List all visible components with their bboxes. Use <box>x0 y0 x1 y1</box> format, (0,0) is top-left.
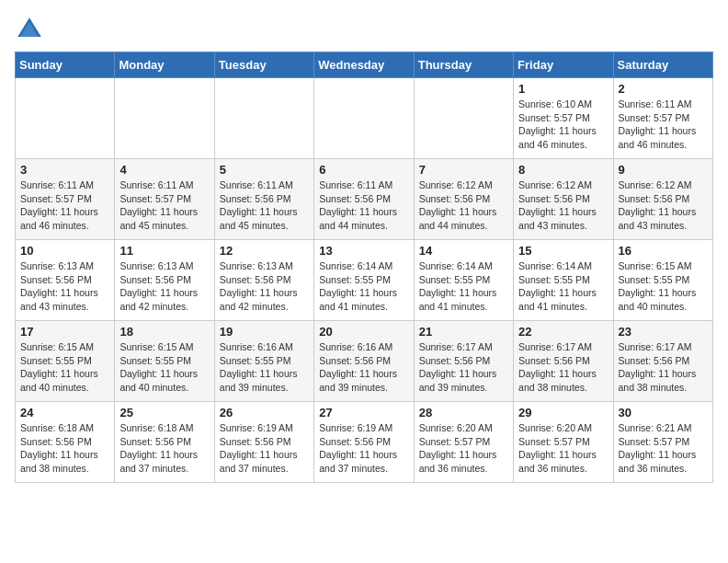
day-number: 3 <box>20 163 109 177</box>
day-info: Sunrise: 6:11 AM Sunset: 5:57 PM Dayligh… <box>619 98 708 152</box>
day-number: 30 <box>619 406 708 419</box>
day-info: Sunrise: 6:21 AM Sunset: 5:57 PM Dayligh… <box>619 421 708 476</box>
day-number: 7 <box>419 163 508 177</box>
day-info: Sunrise: 6:12 AM Sunset: 5:56 PM Dayligh… <box>419 178 508 233</box>
week-row-1: 1Sunrise: 6:10 AM Sunset: 5:57 PM Daylig… <box>16 78 713 159</box>
day-cell: 23Sunrise: 6:17 AM Sunset: 5:56 PM Dayli… <box>613 321 712 402</box>
day-cell: 18Sunrise: 6:15 AM Sunset: 5:55 PM Dayli… <box>115 321 214 402</box>
day-info: Sunrise: 6:17 AM Sunset: 5:56 PM Dayligh… <box>518 340 608 395</box>
day-number: 10 <box>20 244 109 258</box>
day-cell <box>214 78 313 159</box>
page-header <box>15 15 713 44</box>
day-cell: 9Sunrise: 6:12 AM Sunset: 5:56 PM Daylig… <box>613 159 712 240</box>
day-number: 17 <box>20 325 109 339</box>
day-info: Sunrise: 6:13 AM Sunset: 5:56 PM Dayligh… <box>20 259 109 314</box>
day-info: Sunrise: 6:18 AM Sunset: 5:56 PM Dayligh… <box>119 421 209 476</box>
day-info: Sunrise: 6:11 AM Sunset: 5:57 PM Dayligh… <box>119 178 209 233</box>
day-number: 5 <box>220 163 309 177</box>
calendar-header-row: SundayMondayTuesdayWednesdayThursdayFrid… <box>16 52 713 78</box>
day-cell: 29Sunrise: 6:20 AM Sunset: 5:57 PM Dayli… <box>514 402 613 483</box>
day-cell: 7Sunrise: 6:12 AM Sunset: 5:56 PM Daylig… <box>414 159 513 240</box>
weekday-header-friday: Friday <box>514 52 613 78</box>
day-cell: 20Sunrise: 6:16 AM Sunset: 5:56 PM Dayli… <box>314 321 414 402</box>
day-cell: 2Sunrise: 6:11 AM Sunset: 5:57 PM Daylig… <box>613 78 712 159</box>
day-number: 13 <box>319 244 408 258</box>
day-info: Sunrise: 6:16 AM Sunset: 5:55 PM Dayligh… <box>220 340 309 395</box>
weekday-header-saturday: Saturday <box>613 52 712 78</box>
day-cell: 11Sunrise: 6:13 AM Sunset: 5:56 PM Dayli… <box>115 240 214 321</box>
day-info: Sunrise: 6:20 AM Sunset: 5:57 PM Dayligh… <box>419 421 508 476</box>
day-number: 22 <box>518 325 608 339</box>
week-row-3: 10Sunrise: 6:13 AM Sunset: 5:56 PM Dayli… <box>16 240 713 321</box>
day-cell: 22Sunrise: 6:17 AM Sunset: 5:56 PM Dayli… <box>514 321 613 402</box>
day-number: 15 <box>518 244 608 258</box>
day-cell: 13Sunrise: 6:14 AM Sunset: 5:55 PM Dayli… <box>314 240 414 321</box>
day-info: Sunrise: 6:20 AM Sunset: 5:57 PM Dayligh… <box>518 421 608 476</box>
day-number: 21 <box>419 325 508 339</box>
day-info: Sunrise: 6:12 AM Sunset: 5:56 PM Dayligh… <box>619 178 708 233</box>
day-info: Sunrise: 6:11 AM Sunset: 5:56 PM Dayligh… <box>319 178 408 233</box>
day-number: 26 <box>220 406 309 419</box>
day-cell <box>115 78 214 159</box>
day-cell: 14Sunrise: 6:14 AM Sunset: 5:55 PM Dayli… <box>414 240 513 321</box>
day-cell <box>16 78 115 159</box>
day-info: Sunrise: 6:10 AM Sunset: 5:57 PM Dayligh… <box>518 98 608 152</box>
day-cell: 26Sunrise: 6:19 AM Sunset: 5:56 PM Dayli… <box>214 402 313 483</box>
day-cell <box>314 78 414 159</box>
weekday-header-thursday: Thursday <box>414 52 513 78</box>
day-info: Sunrise: 6:17 AM Sunset: 5:56 PM Dayligh… <box>419 340 508 395</box>
day-info: Sunrise: 6:13 AM Sunset: 5:56 PM Dayligh… <box>220 259 309 314</box>
day-info: Sunrise: 6:17 AM Sunset: 5:56 PM Dayligh… <box>619 340 708 395</box>
calendar-table: SundayMondayTuesdayWednesdayThursdayFrid… <box>15 52 713 483</box>
weekday-header-tuesday: Tuesday <box>214 52 313 78</box>
weekday-header-monday: Monday <box>115 52 214 78</box>
day-info: Sunrise: 6:14 AM Sunset: 5:55 PM Dayligh… <box>419 259 508 314</box>
day-number: 25 <box>119 406 209 419</box>
day-cell: 3Sunrise: 6:11 AM Sunset: 5:57 PM Daylig… <box>16 159 115 240</box>
week-row-5: 24Sunrise: 6:18 AM Sunset: 5:56 PM Dayli… <box>16 402 713 483</box>
day-number: 1 <box>518 82 608 96</box>
day-cell: 17Sunrise: 6:15 AM Sunset: 5:55 PM Dayli… <box>16 321 115 402</box>
day-cell: 30Sunrise: 6:21 AM Sunset: 5:57 PM Dayli… <box>613 402 712 483</box>
day-info: Sunrise: 6:19 AM Sunset: 5:56 PM Dayligh… <box>220 421 309 476</box>
weekday-header-sunday: Sunday <box>16 52 115 78</box>
day-cell: 15Sunrise: 6:14 AM Sunset: 5:55 PM Dayli… <box>514 240 613 321</box>
day-info: Sunrise: 6:13 AM Sunset: 5:56 PM Dayligh… <box>119 259 209 314</box>
day-number: 16 <box>619 244 708 258</box>
day-number: 28 <box>419 406 508 419</box>
day-info: Sunrise: 6:15 AM Sunset: 5:55 PM Dayligh… <box>20 340 109 395</box>
day-cell: 27Sunrise: 6:19 AM Sunset: 5:56 PM Dayli… <box>314 402 414 483</box>
day-number: 20 <box>319 325 408 339</box>
day-info: Sunrise: 6:12 AM Sunset: 5:56 PM Dayligh… <box>518 178 608 233</box>
day-info: Sunrise: 6:18 AM Sunset: 5:56 PM Dayligh… <box>20 421 109 476</box>
day-number: 14 <box>419 244 508 258</box>
day-cell: 12Sunrise: 6:13 AM Sunset: 5:56 PM Dayli… <box>214 240 313 321</box>
logo <box>15 15 48 44</box>
day-info: Sunrise: 6:19 AM Sunset: 5:56 PM Dayligh… <box>319 421 408 476</box>
day-cell: 24Sunrise: 6:18 AM Sunset: 5:56 PM Dayli… <box>16 402 115 483</box>
day-number: 29 <box>518 406 608 419</box>
logo-icon <box>15 15 44 44</box>
day-cell <box>414 78 513 159</box>
day-cell: 19Sunrise: 6:16 AM Sunset: 5:55 PM Dayli… <box>214 321 313 402</box>
day-cell: 28Sunrise: 6:20 AM Sunset: 5:57 PM Dayli… <box>414 402 513 483</box>
day-cell: 25Sunrise: 6:18 AM Sunset: 5:56 PM Dayli… <box>115 402 214 483</box>
day-number: 19 <box>220 325 309 339</box>
day-number: 27 <box>319 406 408 419</box>
day-info: Sunrise: 6:11 AM Sunset: 5:57 PM Dayligh… <box>20 178 109 233</box>
day-number: 2 <box>619 82 708 96</box>
day-info: Sunrise: 6:16 AM Sunset: 5:56 PM Dayligh… <box>319 340 408 395</box>
week-row-2: 3Sunrise: 6:11 AM Sunset: 5:57 PM Daylig… <box>16 159 713 240</box>
day-number: 6 <box>319 163 408 177</box>
day-cell: 21Sunrise: 6:17 AM Sunset: 5:56 PM Dayli… <box>414 321 513 402</box>
day-cell: 8Sunrise: 6:12 AM Sunset: 5:56 PM Daylig… <box>514 159 613 240</box>
week-row-4: 17Sunrise: 6:15 AM Sunset: 5:55 PM Dayli… <box>16 321 713 402</box>
day-number: 4 <box>119 163 209 177</box>
day-info: Sunrise: 6:14 AM Sunset: 5:55 PM Dayligh… <box>319 259 408 314</box>
day-cell: 5Sunrise: 6:11 AM Sunset: 5:56 PM Daylig… <box>214 159 313 240</box>
day-number: 9 <box>619 163 708 177</box>
day-cell: 1Sunrise: 6:10 AM Sunset: 5:57 PM Daylig… <box>514 78 613 159</box>
day-info: Sunrise: 6:15 AM Sunset: 5:55 PM Dayligh… <box>119 340 209 395</box>
day-cell: 4Sunrise: 6:11 AM Sunset: 5:57 PM Daylig… <box>115 159 214 240</box>
day-cell: 16Sunrise: 6:15 AM Sunset: 5:55 PM Dayli… <box>613 240 712 321</box>
